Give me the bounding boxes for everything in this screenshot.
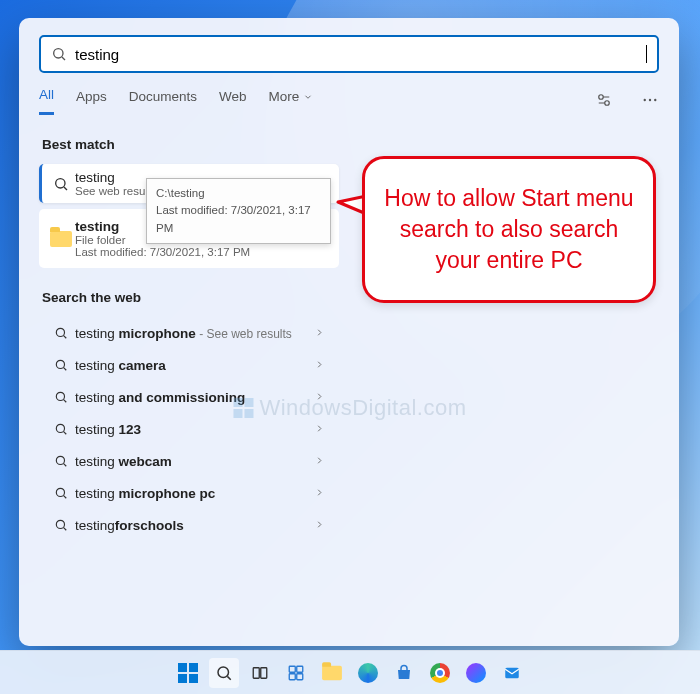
tooltip-modified: Last modified: 7/30/2021, 3:17 PM — [156, 202, 321, 237]
store-button[interactable] — [389, 658, 419, 688]
chevron-right-icon[interactable] — [308, 516, 331, 534]
mail-button[interactable] — [497, 658, 527, 688]
folder-tooltip: C:\testing Last modified: 7/30/2021, 3:1… — [146, 178, 331, 244]
svg-line-20 — [64, 496, 67, 499]
svg-point-5 — [649, 98, 651, 100]
tab-web[interactable]: Web — [219, 89, 247, 114]
svg-line-1 — [62, 57, 65, 60]
svg-point-11 — [56, 360, 64, 368]
annotation-callout: How to allow Start menu search to also s… — [362, 156, 656, 303]
svg-rect-27 — [253, 667, 259, 678]
svg-point-3 — [605, 100, 610, 105]
search-icon — [51, 46, 67, 62]
messenger-button[interactable] — [461, 658, 491, 688]
search-input[interactable] — [67, 46, 646, 63]
search-icon — [47, 518, 75, 532]
web-result[interactable]: testing microphone pc — [39, 477, 339, 509]
taskbar-search-button[interactable] — [209, 658, 239, 688]
widgets-button[interactable] — [281, 658, 311, 688]
chevron-right-icon[interactable] — [308, 484, 331, 502]
chevron-right-icon[interactable] — [308, 420, 331, 438]
svg-line-14 — [64, 400, 67, 403]
chrome-button[interactable] — [425, 658, 455, 688]
search-icon — [47, 422, 75, 436]
best-match-header: Best match — [42, 137, 659, 152]
svg-line-22 — [64, 528, 67, 531]
svg-line-16 — [64, 432, 67, 435]
svg-point-2 — [599, 94, 604, 99]
start-search-panel: All Apps Documents Web More Best match t… — [19, 18, 679, 646]
svg-point-6 — [654, 98, 656, 100]
task-view-button[interactable] — [245, 658, 275, 688]
svg-line-26 — [227, 676, 230, 679]
svg-line-12 — [64, 368, 67, 371]
more-options-icon[interactable] — [641, 91, 659, 112]
svg-rect-28 — [261, 667, 267, 678]
text-caret — [646, 45, 647, 63]
chevron-right-icon[interactable] — [308, 388, 331, 406]
result-modified: Last modified: 7/30/2021, 3:17 PM — [75, 246, 307, 258]
search-tabs: All Apps Documents Web More — [39, 87, 659, 115]
tooltip-path: C:\testing — [156, 185, 321, 202]
svg-point-15 — [56, 424, 64, 432]
taskbar — [0, 650, 700, 694]
chevron-right-icon[interactable] — [308, 356, 331, 374]
start-button[interactable] — [173, 658, 203, 688]
search-icon — [47, 454, 75, 468]
svg-point-9 — [56, 328, 64, 336]
web-results-list: testing microphone - See web results tes… — [39, 317, 339, 541]
web-result[interactable]: testing and commissioning — [39, 381, 339, 413]
svg-rect-31 — [289, 673, 295, 679]
svg-point-21 — [56, 520, 64, 528]
svg-rect-33 — [505, 667, 519, 678]
web-result[interactable]: testing webcam — [39, 445, 339, 477]
svg-rect-30 — [297, 666, 303, 672]
tab-all[interactable]: All — [39, 87, 54, 115]
svg-rect-29 — [289, 666, 295, 672]
search-icon — [47, 358, 75, 372]
svg-point-19 — [56, 488, 64, 496]
search-icon — [47, 486, 75, 500]
tab-documents[interactable]: Documents — [129, 89, 197, 114]
search-icon — [47, 390, 75, 404]
search-icon — [47, 326, 75, 340]
chevron-right-icon[interactable] — [308, 452, 331, 470]
svg-point-17 — [56, 456, 64, 464]
web-result[interactable]: testing 123 — [39, 413, 339, 445]
tab-apps[interactable]: Apps — [76, 89, 107, 114]
svg-rect-32 — [297, 673, 303, 679]
edge-button[interactable] — [353, 658, 383, 688]
web-result[interactable]: testingforschools — [39, 509, 339, 541]
svg-line-8 — [64, 187, 67, 190]
svg-point-13 — [56, 392, 64, 400]
svg-point-0 — [54, 49, 63, 58]
svg-line-18 — [64, 464, 67, 467]
settings-icon[interactable] — [595, 91, 613, 112]
search-box[interactable] — [39, 35, 659, 73]
svg-point-7 — [56, 178, 65, 187]
tab-more[interactable]: More — [269, 89, 314, 114]
web-result[interactable]: testing camera — [39, 349, 339, 381]
svg-point-25 — [218, 667, 229, 678]
folder-icon — [47, 231, 75, 247]
chevron-right-icon[interactable] — [308, 324, 331, 342]
file-explorer-button[interactable] — [317, 658, 347, 688]
svg-line-10 — [64, 336, 67, 339]
web-result[interactable]: testing microphone - See web results — [39, 317, 339, 349]
svg-point-4 — [644, 98, 646, 100]
search-icon — [47, 176, 75, 192]
